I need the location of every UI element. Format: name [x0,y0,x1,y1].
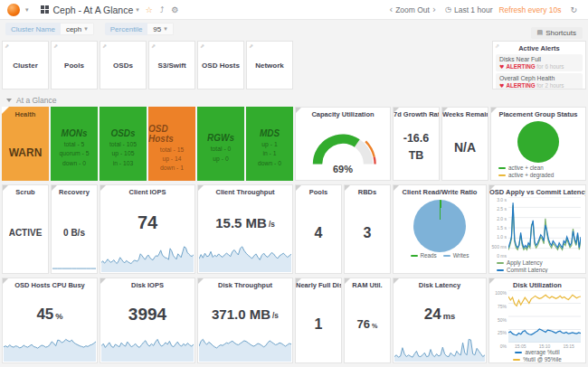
panel-title[interactable]: OSD Hosts [148,124,195,144]
share-icon[interactable]: ⤴ [160,5,165,14]
panel-title[interactable]: RGWs [207,133,234,143]
time-range-picker[interactable]: ◷ Last 1 hour [445,5,493,14]
legend-item[interactable]: Reads [411,252,437,259]
panel-title[interactable]: Disk IOPS [100,278,194,289]
disk-row: OSD Hosts CPU Busy 45% Disk IOPS 3994 Di… [0,278,588,363]
nav-panel-osds[interactable]: ⇗OSDs [100,41,147,89]
panel-title[interactable]: Client Throughput [198,185,292,196]
panel-title[interactable]: MONs [62,128,88,138]
alert-row-disks-near-full[interactable]: Disks Near Full ♥ALERTING for 6 hours [496,54,583,71]
panel-title[interactable]: Active Alerts [493,42,585,52]
panel-title[interactable]: Capacity Utilization [296,108,390,118]
panel-title[interactable]: RAM Util. [345,278,390,289]
panel-cpu-busy: OSD Hosts CPU Busy 45% [2,278,98,363]
recovery-sparkline [52,247,96,272]
panel-title[interactable]: Disk Latency [394,278,486,289]
panel-active-alerts: ⇗ Active Alerts Disks Near Full ♥ALERTIN… [492,41,586,89]
panel-title[interactable]: 7d Growth Rate [394,108,439,118]
legend-item[interactable]: Writes [443,252,469,259]
chevron-down-icon: ▾ [84,25,88,33]
panel-title[interactable]: Health [2,110,49,118]
panel-growth-rate: 7d Growth Rate -16.6TB [393,107,440,181]
panel-title[interactable]: OSDs [110,128,135,138]
panel-client-iops: Client IOPS 74 [100,184,195,274]
panel-title[interactable]: Scrub [3,185,48,196]
panel-osd-hosts: OSD Hosts total - 15 up - 14 down - 1 [148,107,195,181]
panel-capacity-utilization: Capacity Utilization 69% [295,107,391,181]
variable-cluster-label: Cluster Name [5,23,61,35]
legend-item[interactable]: average %util [515,349,559,355]
legend-item[interactable]: active + degraded [498,172,554,178]
scrub-value: ACTIVE [3,185,48,273]
nav-panel-s3-swift[interactable]: ⇗S3/Swift [148,41,195,89]
settings-gear-icon[interactable]: ⚙ [171,5,178,14]
collapse-chevron-icon [6,99,12,102]
zoom-out-right-arrow-icon[interactable]: › [432,5,436,14]
panel-title[interactable]: MDS [260,128,280,138]
panel-title[interactable]: Recovery [52,185,97,196]
grafana-logo-icon[interactable] [7,4,20,16]
gauge-value: 69% [307,164,379,174]
nav-panel-network[interactable]: ⇗Network [246,41,293,89]
panel-title[interactable]: Disk Utilization [489,278,585,289]
panel-title[interactable]: Client IOPS [100,185,194,196]
disk-util-legend[interactable]: average %util%util @ 95%ile [489,349,585,362]
panel-title[interactable]: Pools [296,185,341,196]
external-link-icon: ⇗ [5,42,9,49]
list-icon: ▤ [537,29,544,36]
panel-osd-latency-graph: OSD Apply vs Commit Latency 3.0 s2.5 s2.… [488,184,586,274]
variable-percentile[interactable]: Percentile 95▾ [105,23,174,35]
panel-title[interactable]: Client Read/Write Ratio [394,185,486,196]
legend-item[interactable]: peering [498,179,527,181]
latency-legend[interactable]: Apply LatencyCommit Latency [489,259,585,273]
panel-title[interactable]: Disk Throughput [198,278,292,289]
zoom-out-left-arrow-icon[interactable]: ‹ [389,5,393,14]
nav-panel-pools[interactable]: ⇗Pools [51,41,98,89]
nav-panel-osd-hosts[interactable]: ⇗OSD Hosts [197,41,244,89]
client-row: Scrub ACTIVE Recovery 0 B/s Client IOPS … [0,184,588,274]
legend-item[interactable]: %util @ 95%ile [513,356,561,362]
star-icon[interactable]: ☆ [146,5,153,14]
latency-plot[interactable] [508,197,581,259]
org-dropdown-caret-icon[interactable]: ▾ [25,6,29,14]
panel-title[interactable]: OSD Hosts CPU Busy [3,278,97,289]
zoom-out-button[interactable]: Zoom Out [395,5,430,14]
nav-panel-cluster[interactable]: ⇗Cluster [2,41,49,89]
rw-ratio-pie [413,200,466,252]
pg-status-legend: active + cleanactive + degradedpeering [491,163,585,181]
panel-title[interactable]: Nearly Full Disks [296,278,341,289]
panel-disk-throughput: Disk Throughput 371.0 MB/s [197,278,293,363]
alert-row-ceph-health[interactable]: Overall Ceph Health ♥ALERTING for 2 hour… [496,73,583,89]
panel-nearly-full-disks: Nearly Full Disks 1 [295,278,342,363]
client-iops-sparkline [101,243,194,272]
panel-recovery: Recovery 0 B/s [51,184,98,274]
panel-title[interactable]: RBDs [345,185,390,196]
panel-title[interactable]: Weeks Remaining [442,108,488,118]
legend-item[interactable]: Apply Latency [497,259,543,266]
refresh-icon[interactable]: ↻ [570,5,577,14]
shortcuts-button[interactable]: ▤Shortcuts [531,27,583,39]
variable-cluster-name[interactable]: Cluster Name ceph▾ [5,23,94,35]
external-link-icon: ⇗ [53,42,58,49]
variable-percentile-value[interactable]: 95▾ [147,23,173,35]
x-axis: 15:0515:1015:15 [508,343,581,349]
dashboard-title[interactable]: Ceph - At A Glance [53,5,134,15]
pools-value: 4 [296,185,341,273]
rbds-value: 3 [345,185,390,273]
variable-cluster-value[interactable]: ceph▾ [61,23,94,35]
panel-mons: MONs total - 5 quorum - 5 down - 0 [51,107,98,181]
template-variables-bar: Cluster Name ceph▾ Percentile 95▾ ▤Short… [0,20,588,38]
panel-health: Health WARN [2,107,49,181]
row-header-at-a-glance[interactable]: At a Glance [0,94,588,106]
dashboard-dropdown-caret-icon[interactable]: ▾ [136,6,139,14]
legend-item[interactable]: active + clean [498,165,544,171]
legend-item[interactable]: Commit Latency [497,267,548,273]
panel-title[interactable]: Placement Group Status [491,108,585,118]
top-navbar: ▾ Ceph - At A Glance ▾ ☆ ⤴ ⚙ ‹ Zoom Out … [0,0,588,20]
dashboard-grid-icon[interactable] [41,5,49,14]
disk-util-plot[interactable] [508,290,581,343]
refresh-interval[interactable]: Refresh every 10s [498,5,561,14]
panel-title[interactable]: OSD Apply vs Commit Latency [489,185,585,196]
panel-pools: Pools 4 [295,184,342,274]
alert-heart-icon: ♥ [499,63,504,70]
